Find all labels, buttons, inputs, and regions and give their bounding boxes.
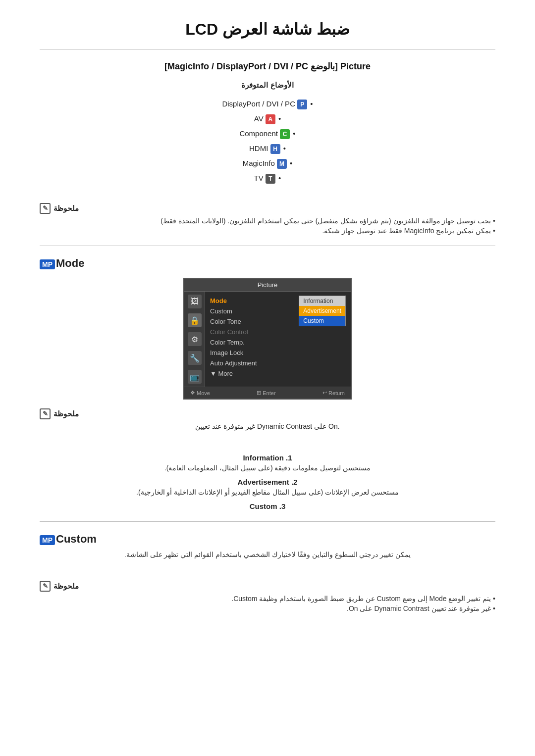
item2-title: Advertisement .2 bbox=[40, 478, 495, 486]
mode-item-av: AV A • bbox=[40, 111, 495, 126]
note2-icon: ✎ bbox=[40, 408, 51, 419]
mp-mode-text-label: Mode bbox=[56, 257, 84, 269]
menu-item-custom: Custom bbox=[210, 306, 297, 316]
menu-item-mode: Mode bbox=[210, 296, 297, 306]
note1-item-1: يجب توصيل جهاز موالفة التلفزيون (يتم شرا… bbox=[40, 217, 495, 225]
note1-icon: ✎ bbox=[40, 203, 51, 214]
footer-return: ↩ Return bbox=[322, 390, 345, 396]
item1-title: Information .1 bbox=[40, 454, 495, 462]
note3-title: ملحوظة ✎ bbox=[40, 581, 495, 592]
mode-item-component: Component C • bbox=[40, 126, 495, 141]
note3-section: ملحوظة ✎ يتم تغيير الوضع Mode إلى وضع Cu… bbox=[40, 581, 495, 612]
sidebar-icon-1: 🖼 bbox=[188, 295, 202, 308]
note3-list: يتم تغيير الوضع Mode إلى وضع Custom عن ط… bbox=[40, 595, 495, 612]
submenu-item-advertisement: Advertisement bbox=[299, 306, 345, 316]
menu-item-more: ▼ More bbox=[210, 368, 297, 379]
enter-icon: ⊞ bbox=[257, 390, 261, 396]
badge-m: M bbox=[277, 159, 287, 169]
footer-move: ❖ Move bbox=[190, 390, 210, 396]
available-modes-title: الأوضاع المتوفرة bbox=[40, 81, 495, 90]
title-divider bbox=[40, 50, 495, 50]
note3-item-2: غير متوفرة عند تعيين Dynamic Contrast عل… bbox=[40, 605, 495, 612]
note2-label: ملحوظة bbox=[54, 409, 79, 418]
note1-item-2: يمكن تمكين برنامج MagicInfo فقط عند توصي… bbox=[40, 227, 495, 235]
sidebar-icon-4: 🔧 bbox=[188, 351, 202, 365]
screen-content: 🖼 🔒 ⚙ 🔧 📺 Mode Custom Color Tone Color C… bbox=[184, 292, 351, 387]
menu-item-image-lock: Image Lock bbox=[210, 348, 297, 358]
note1-list: يجب توصيل جهاز موالفة التلفزيون (يتم شرا… bbox=[40, 217, 495, 235]
note1-title: ملحوظة ✎ bbox=[40, 203, 495, 214]
note1-section: ملحوظة ✎ يجب توصيل جهاز موالفة التلفزيون… bbox=[40, 203, 495, 235]
item1-desc: مستحسن لتوصيل معلومات دقيقة (على سبيل ال… bbox=[40, 464, 495, 472]
badge-c: C bbox=[280, 129, 290, 139]
sidebar-icon-5: 📺 bbox=[188, 370, 202, 384]
numbered-items: Information .1 مستحسن لتوصيل معلومات دقي… bbox=[40, 454, 495, 510]
mp-badge: MP bbox=[40, 259, 55, 269]
mp-custom-text-label: Custom bbox=[56, 533, 97, 545]
screen-sidebar: 🖼 🔒 ⚙ 🔧 📺 bbox=[184, 292, 205, 387]
submenu-item-information: Information bbox=[299, 296, 345, 306]
screen-box: Picture 🖼 🔒 ⚙ 🔧 📺 Mode Custom Color Tone… bbox=[183, 278, 352, 400]
menu-item-color-tone: Color Tone bbox=[210, 316, 297, 327]
note1-label: ملحوظة bbox=[54, 204, 79, 213]
mp-mode-title: MPMode bbox=[40, 257, 495, 270]
mp-custom-badge: MP bbox=[40, 535, 55, 545]
screen-title-bar: Picture bbox=[184, 279, 351, 292]
menu-item-auto-adj: Auto Adjustment bbox=[210, 358, 297, 368]
submenu-panel: Information Advertisement Custom bbox=[299, 296, 346, 326]
note3-item-1: يتم تغيير الوضع Mode إلى وضع Custom عن ط… bbox=[40, 595, 495, 603]
move-icon: ❖ bbox=[190, 390, 195, 396]
screen-footer: ❖ Move ⊞ Enter ↩ Return bbox=[184, 387, 351, 399]
submenu-item-custom: Custom bbox=[299, 316, 345, 326]
section-divider-1 bbox=[40, 246, 495, 246]
note3-icon: ✎ bbox=[40, 581, 51, 592]
custom-desc: يمكن تغيير درجتي السطوع والتباين وفقًا ل… bbox=[40, 551, 495, 558]
page-title: ضبط شاشة العرض LCD bbox=[40, 20, 495, 39]
item-information: Information .1 مستحسن لتوصيل معلومات دقي… bbox=[40, 454, 495, 472]
badge-h: H bbox=[270, 144, 280, 154]
section-divider-2 bbox=[40, 521, 495, 522]
note2-text: غير متوفرة عند تعيين Dynamic Contrast عل… bbox=[40, 422, 495, 430]
return-icon: ↩ bbox=[322, 390, 327, 396]
badge-p: P bbox=[297, 100, 307, 109]
screen-container: Picture 🖼 🔒 ⚙ 🔧 📺 Mode Custom Color Tone… bbox=[40, 278, 495, 400]
mode-item-displayport: DisplayPort / DVI / PC P • bbox=[40, 97, 495, 111]
mode-item-tv: TV T • bbox=[40, 171, 495, 186]
badge-t: T bbox=[266, 174, 275, 184]
item-custom: Custom .3 bbox=[40, 502, 495, 510]
sidebar-icon-3: ⚙ bbox=[188, 332, 202, 346]
menu-item-color-temp: Color Temp. bbox=[210, 337, 297, 348]
item3-title: Custom .3 bbox=[40, 502, 495, 510]
mode-item-hdmi: HDMI H • bbox=[40, 141, 495, 156]
section-header: Picture [بالوضع MagicInfo / DisplayPort … bbox=[40, 61, 495, 72]
modes-list: DisplayPort / DVI / PC P • AV A • Compon… bbox=[40, 97, 495, 186]
item-advertisement: Advertisement .2 مستحسن لعرض الإعلانات (… bbox=[40, 478, 495, 496]
item2-desc: مستحسن لعرض الإعلانات (على سبيل المثال م… bbox=[40, 488, 495, 496]
note2-section: ملحوظة ✎ غير متوفرة عند تعيين Dynamic Co… bbox=[40, 408, 495, 430]
mp-custom-title: MPCustom bbox=[40, 533, 495, 546]
footer-enter: ⊞ Enter bbox=[257, 390, 275, 396]
note2-title: ملحوظة ✎ bbox=[40, 408, 495, 419]
badge-a: A bbox=[266, 114, 275, 124]
sidebar-icon-2: 🔒 bbox=[188, 313, 202, 327]
mode-item-magicinfo: MagicInfo M • bbox=[40, 156, 495, 171]
note3-label: ملحوظة bbox=[54, 582, 79, 591]
menu-item-color-control: Color Control bbox=[210, 327, 297, 337]
screen-menu: Mode Custom Color Tone Color Control Col… bbox=[205, 292, 351, 387]
